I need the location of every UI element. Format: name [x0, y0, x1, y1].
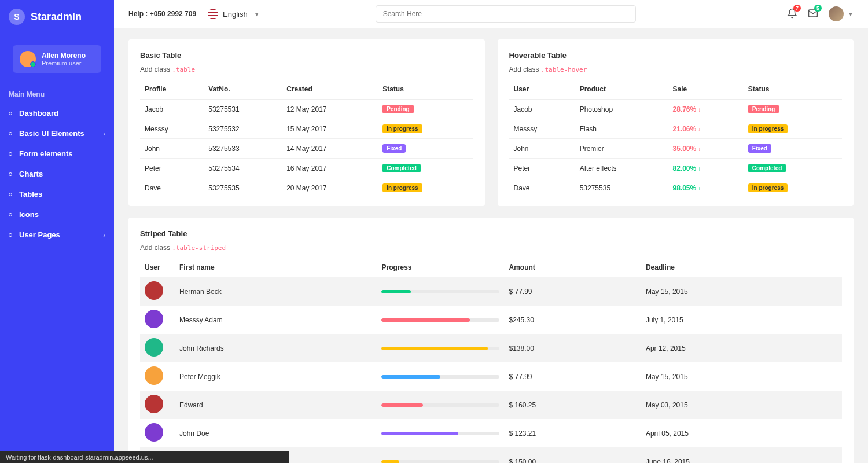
card-subtitle: Add class .table-hover — [509, 65, 843, 74]
table-row: Dave5327553520 May 2017In progress — [140, 178, 473, 198]
table-row: Peter Meggik$ 77.99May 15, 2015 — [140, 362, 842, 391]
cell-status: Fixed — [744, 139, 842, 159]
status-badge: Pending — [382, 105, 413, 113]
cell-deadline: June 16, 2015 — [641, 447, 842, 463]
sidebar-item-label: User Pages — [19, 230, 60, 239]
column-header: First name — [175, 258, 377, 277]
sidebar-item-charts[interactable]: Charts — [0, 164, 114, 184]
cell-product: Flash — [575, 119, 668, 139]
browser-status-bar: Waiting for flask-dashboard-staradmin.ap… — [0, 451, 289, 463]
cell-user: Dave — [509, 178, 575, 198]
user-card[interactable]: Allen Moreno Premium user — [13, 45, 101, 73]
messages-button[interactable]: 5 — [808, 8, 818, 20]
cell-amount: $ 77.99 — [504, 277, 641, 306]
column-header: Status — [744, 79, 842, 100]
sidebar-item-tables[interactable]: Tables — [0, 184, 114, 204]
cell-deadline: Apr 12, 2015 — [641, 334, 842, 362]
cell-profile: John — [140, 139, 204, 159]
cell-progress — [377, 447, 504, 463]
cell-user: Messsy — [509, 119, 575, 139]
brand-name: Staradmin — [31, 11, 82, 23]
cell-status: In progress — [378, 119, 473, 139]
sidebar-item-dashboard[interactable]: Dashboard — [0, 103, 114, 123]
card-subtitle: Add class .table-striped — [140, 244, 842, 252]
sidebar-item-form-elements[interactable]: Form elements — [0, 144, 114, 164]
cell-amount: $138.00 — [504, 334, 641, 362]
cell-amount: $245.30 — [504, 306, 641, 334]
striped-table-card: Striped Table Add class .table-striped U… — [128, 218, 854, 463]
cell-deadline: April 05, 2015 — [641, 419, 842, 447]
status-badge: In progress — [382, 183, 422, 192]
cell-amount: $ 77.99 — [504, 362, 641, 391]
cell-progress — [377, 334, 504, 362]
table-row: Jacob5327553112 May 2017Pending — [140, 100, 473, 119]
status-badge: In progress — [382, 124, 422, 133]
column-header: Product — [575, 79, 668, 100]
status-badge: Pending — [748, 105, 779, 113]
table-row: John Richards$138.00Apr 12, 2015 — [140, 334, 842, 362]
table-row[interactable]: MesssyFlash21.06%↓In progress — [509, 119, 843, 139]
chevron-right-icon: › — [103, 232, 105, 238]
table-row: Messsy Adam$245.30July 1, 2015 — [140, 306, 842, 334]
table-row[interactable]: Dave5327553598.05%↑In progress — [509, 178, 843, 198]
user-avatar-icon — [145, 310, 163, 328]
table-row[interactable]: JohnPremier35.00%↓Fixed — [509, 139, 843, 159]
cell-avatar — [140, 362, 175, 391]
table-row: John5327553314 May 2017Fixed — [140, 139, 473, 159]
cell-user: Peter — [509, 159, 575, 178]
cell-created: 15 May 2017 — [282, 119, 378, 139]
bullet-icon — [9, 213, 12, 216]
progress-bar — [381, 403, 499, 407]
language-selector[interactable]: English ▼ — [208, 9, 260, 19]
cell-status: In progress — [744, 178, 842, 198]
sidebar-item-label: Form elements — [19, 149, 72, 158]
help-text: Help : +050 2992 709 — [128, 10, 196, 18]
cell-status: In progress — [744, 119, 842, 139]
table-row[interactable]: JacobPhotoshop28.76%↓Pending — [509, 100, 843, 119]
column-header: User — [140, 258, 175, 277]
table-row: Edward$ 160.25May 03, 2015 — [140, 391, 842, 419]
column-header: Created — [282, 79, 378, 100]
chevron-down-icon: ▼ — [848, 11, 854, 17]
cell-vat: 53275535 — [204, 178, 282, 198]
cell-sale: 82.00%↑ — [668, 159, 743, 178]
progress-bar — [381, 432, 499, 435]
brand-badge: S — [9, 9, 25, 25]
table-row: Messsy5327553215 May 2017In progress — [140, 119, 473, 139]
bullet-icon — [9, 233, 12, 237]
status-badge: Fixed — [382, 144, 406, 153]
cell-created: 16 May 2017 — [282, 159, 378, 178]
sidebar-item-user-pages[interactable]: User Pages› — [0, 225, 114, 245]
notifications-button[interactable]: 7 — [787, 8, 797, 20]
cell-firstname: Messsy Adam — [175, 306, 377, 334]
hoverable-table: UserProductSaleStatus JacobPhotoshop28.7… — [509, 79, 843, 197]
sidebar-item-icons[interactable]: Icons — [0, 204, 114, 225]
cell-deadline: May 15, 2015 — [641, 277, 842, 306]
mail-badge: 5 — [814, 5, 822, 12]
arrow-down-icon: ↓ — [698, 126, 701, 133]
user-role: Premium user — [42, 60, 86, 67]
cell-profile: Messsy — [140, 119, 204, 139]
chevron-right-icon: › — [103, 130, 105, 137]
arrow-down-icon: ↓ — [698, 106, 701, 113]
status-badge: Fixed — [748, 144, 771, 153]
brand-logo[interactable]: S Staradmin — [0, 9, 114, 36]
cell-profile: Dave — [140, 178, 204, 198]
cell-product: Premier — [575, 139, 668, 159]
sidebar-item-label: Basic UI Elements — [19, 129, 84, 138]
search-container — [376, 5, 636, 23]
cell-deadline: May 03, 2015 — [641, 391, 842, 419]
cell-sale: 98.05%↑ — [668, 178, 743, 198]
sidebar-item-label: Tables — [19, 190, 42, 199]
cell-firstname: Peter Meggik — [175, 362, 377, 391]
cell-product: Photoshop — [575, 100, 668, 119]
search-input[interactable] — [376, 5, 636, 23]
progress-bar — [381, 460, 499, 464]
cell-profile: Peter — [140, 159, 204, 178]
cell-vat: 53275534 — [204, 159, 282, 178]
cell-product: After effects — [575, 159, 668, 178]
sidebar-item-basic-ui-elements[interactable]: Basic UI Elements› — [0, 123, 114, 144]
table-row[interactable]: PeterAfter effects82.00%↑Completed — [509, 159, 843, 178]
profile-menu[interactable]: ▼ — [829, 6, 854, 21]
sidebar-item-label: Charts — [19, 170, 43, 178]
